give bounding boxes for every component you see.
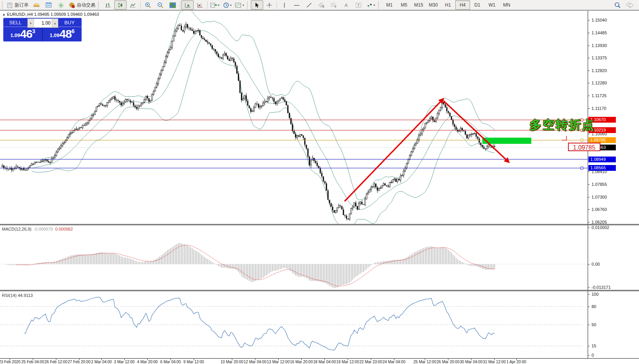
macd-scale-label: 0.00 bbox=[592, 262, 600, 266]
chat-button[interactable] bbox=[624, 0, 636, 10]
tile-windows-button[interactable] bbox=[166, 0, 179, 10]
macd-signal-value: 0.000982 bbox=[55, 227, 73, 231]
pane-separator[interactable] bbox=[0, 224, 639, 225]
macd-scale-label: 0.010002 bbox=[592, 225, 609, 230]
chart-window-button[interactable] bbox=[42, 0, 55, 10]
price-tick-label: 1.14485 bbox=[592, 30, 607, 35]
chart-shift-button[interactable] bbox=[194, 0, 206, 10]
indicators-button[interactable]: ▾ bbox=[209, 0, 221, 10]
arrows-tool-button[interactable]: ▾ bbox=[365, 0, 377, 10]
vertical-line-tool-button[interactable] bbox=[278, 0, 291, 10]
time-label: 22 Mar 23:00 bbox=[360, 360, 382, 364]
volume-decrease-button[interactable]: ▼ bbox=[28, 19, 34, 27]
svg-text:E: E bbox=[323, 5, 325, 8]
toolbar-grip[interactable] bbox=[247, 2, 250, 8]
price-axis[interactable]: 1.150401.144851.139301.133751.128201.122… bbox=[588, 11, 639, 358]
new-order-button[interactable]: 新订单 bbox=[6, 0, 30, 10]
crosshair-tool-button[interactable] bbox=[263, 0, 276, 10]
price-tickmark bbox=[588, 172, 590, 172]
timeframe-button-w1[interactable]: W1 bbox=[485, 0, 499, 10]
toolbar-grip[interactable] bbox=[98, 2, 101, 8]
fibonacci-tool-button[interactable]: F bbox=[328, 0, 340, 10]
zoom-out-button[interactable] bbox=[154, 0, 166, 10]
horizontal-line-icon bbox=[294, 2, 300, 8]
macd-pane[interactable]: MACD(12,26,9)-0.0005790.000982 bbox=[0, 226, 588, 290]
line-chart-mode-button[interactable] bbox=[127, 0, 139, 10]
timeframe-button-m5[interactable]: M5 bbox=[397, 0, 411, 10]
pane-separator[interactable] bbox=[0, 290, 639, 291]
price-tickmark bbox=[588, 20, 590, 20]
horizontal-line-tool-button[interactable] bbox=[291, 0, 303, 10]
price-tickmark bbox=[588, 71, 590, 71]
timeframe-button-m15[interactable]: M15 bbox=[411, 0, 426, 10]
crosshair-icon bbox=[266, 2, 272, 8]
rsi-scale-tickmark bbox=[588, 355, 590, 356]
price-tick-label: 1.13930 bbox=[592, 43, 607, 48]
toolbar-grip[interactable] bbox=[378, 2, 381, 8]
auto-scroll-button[interactable] bbox=[181, 0, 194, 10]
timeframe-button-mn[interactable]: MN bbox=[499, 0, 514, 10]
equidistant-channel-tool-button[interactable]: E bbox=[315, 0, 328, 10]
auto-trading-button[interactable]: 自动交易 bbox=[67, 0, 97, 10]
chart-window: ▲EURUSD-,H4 1.09495 1.09509 1.09460 1.09… bbox=[0, 11, 639, 364]
dropdown-caret-icon: ▾ bbox=[242, 3, 244, 7]
time-label: 18 Mar 04:00 bbox=[313, 360, 336, 364]
market-watch-button[interactable] bbox=[30, 0, 42, 10]
time-label: 13 Mar 12:00 bbox=[267, 360, 290, 364]
search-button[interactable] bbox=[611, 0, 624, 10]
text-label-tool-button[interactable]: T bbox=[352, 0, 365, 10]
rsi-canvas[interactable] bbox=[0, 292, 588, 358]
price-tick-label: 1.12280 bbox=[592, 81, 607, 85]
toolbar: 新订单 自动交易 bbox=[0, 0, 639, 10]
timeframe-button-h1[interactable]: H1 bbox=[441, 0, 455, 10]
zoom-in-button[interactable] bbox=[142, 0, 154, 10]
buy-price: 1.09486 bbox=[43, 27, 81, 40]
rsi-pane[interactable]: RSI(14) 44.9113 bbox=[0, 292, 588, 358]
gold-ingot-icon bbox=[33, 2, 40, 8]
volume-increase-button[interactable]: ▲ bbox=[52, 19, 58, 27]
timeframe-button-d1[interactable]: D1 bbox=[470, 0, 485, 10]
templates-icon bbox=[235, 2, 242, 8]
time-label: 26 Mar 20:00 bbox=[437, 360, 460, 364]
templates-button[interactable]: ▾ bbox=[233, 0, 246, 10]
auto-scroll-icon bbox=[184, 2, 191, 8]
macd-canvas[interactable] bbox=[0, 226, 588, 290]
toolbar-separator bbox=[277, 1, 277, 9]
periods-button[interactable]: ▾ bbox=[221, 0, 233, 10]
price-tag: 1.08949 bbox=[588, 157, 616, 162]
timeframe-button-m30[interactable]: M30 bbox=[426, 0, 441, 10]
time-label: 16 Mar 20:00 bbox=[290, 360, 313, 364]
fibonacci-icon: F bbox=[330, 2, 337, 8]
rsi-scale-label: 15 bbox=[592, 344, 596, 348]
price-callout-label[interactable]: 1.09785 bbox=[568, 143, 600, 151]
price-tickmark bbox=[588, 222, 590, 222]
time-axis[interactable]: 23 Feb 202025 Feb 04:0026 Feb 12:0027 Fe… bbox=[0, 358, 639, 364]
macd-scale-tickmark bbox=[588, 228, 590, 228]
time-label: 23 Feb 2020 bbox=[0, 360, 20, 364]
time-label: 1 Apr 20:00 bbox=[506, 360, 526, 364]
volume-input[interactable] bbox=[34, 19, 52, 27]
volume-stepper: ▼ ▲ bbox=[27, 19, 58, 28]
rsi-scale-tickmark bbox=[588, 346, 590, 346]
svg-text:A: A bbox=[345, 3, 348, 8]
signals-button[interactable] bbox=[55, 0, 67, 10]
cursor-tool-button[interactable] bbox=[251, 0, 263, 10]
trendline-tool-button[interactable] bbox=[303, 0, 315, 10]
time-label: 3 Mar 12:00 bbox=[114, 360, 134, 364]
toolbar-separator bbox=[180, 1, 180, 9]
rsi-scale-tickmark bbox=[588, 294, 590, 295]
time-label: 19 Mar 12:00 bbox=[336, 360, 359, 364]
main-price-pane[interactable] bbox=[0, 11, 588, 224]
toolbar-separator bbox=[140, 1, 140, 9]
sell-price: 1.09463 bbox=[3, 27, 42, 40]
timeframe-button-m1[interactable]: M1 bbox=[382, 0, 397, 10]
collapse-panel-icon[interactable]: ▲ bbox=[2, 13, 5, 16]
timeframe-button-h4[interactable]: H4 bbox=[455, 0, 470, 10]
main-chart-canvas[interactable] bbox=[0, 11, 588, 224]
turning-point-annotation[interactable]: 多空转折点 bbox=[529, 117, 595, 133]
text-tool-button[interactable]: A bbox=[340, 0, 352, 10]
toolbar-grip[interactable] bbox=[2, 2, 5, 8]
bar-chart-mode-button[interactable] bbox=[102, 0, 114, 10]
macd-scale-tickmark bbox=[588, 287, 590, 288]
candlestick-mode-button[interactable] bbox=[114, 0, 127, 10]
